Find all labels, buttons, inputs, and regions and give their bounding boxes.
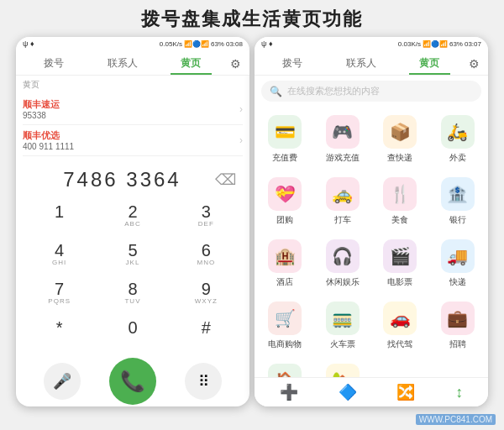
yp-num-1: 400 911 1111 xyxy=(23,142,74,151)
phone2-bottom-bar: ➕ 🔷 🔀 ↕ xyxy=(255,377,488,406)
status-right-1: 0.05K/s 📶🔵📶 63% 03:08 xyxy=(160,40,243,48)
icon-movie[interactable]: 🎬 电影票 xyxy=(373,234,428,293)
speed-1: 0.05K/s xyxy=(160,40,182,48)
status-right-2: 0.03K/s 📶🔵📶 63% 03:07 xyxy=(398,40,481,48)
train-icon: 🚃 xyxy=(326,302,360,335)
call-button[interactable]: 📞 xyxy=(109,358,156,405)
page-title: 拨号盘集成生活黄页功能 xyxy=(0,0,504,37)
battery-1: 63% xyxy=(211,40,224,48)
key-hash[interactable]: # xyxy=(170,312,243,351)
driver-icon: 🚗 xyxy=(383,302,417,335)
key-9[interactable]: 9 WXYZ xyxy=(170,274,243,312)
recharge-icon: 💳 xyxy=(268,115,302,149)
icon-recharge[interactable]: 💳 充值费 xyxy=(258,110,312,169)
key-3[interactable]: 3 DEF xyxy=(170,197,243,235)
time-1: 03:08 xyxy=(226,40,243,48)
icon-rent[interactable]: 🏡 租房 xyxy=(316,359,370,377)
watermark: WWW.PC841.COM xyxy=(416,414,496,425)
icon-jobs[interactable]: 💼 招聘 xyxy=(431,296,486,355)
key-4[interactable]: 4 GHI xyxy=(23,235,96,274)
icon-taxi[interactable]: 🚕 打车 xyxy=(316,172,370,231)
delivery-icon: 🚚 xyxy=(441,239,475,273)
phones-container: ψ ♦ 0.05K/s 📶🔵📶 63% 03:08 拨号 联系人 黄页 ⚙ 黄页… xyxy=(0,37,504,412)
icon-train[interactable]: 🚃 火车票 xyxy=(316,296,370,355)
search-bar[interactable]: 🔍 在线搜索您想找的内容 xyxy=(261,81,481,102)
key-7[interactable]: 7 PQRS xyxy=(23,274,96,312)
tab2-contacts[interactable]: 联系人 xyxy=(327,50,396,75)
phone-icon: 📞 xyxy=(120,370,145,393)
status-bar-2: ψ ♦ 0.03K/s 📶🔵📶 63% 03:07 xyxy=(255,37,488,50)
delete-button[interactable]: ⌫ xyxy=(215,170,236,189)
icon-group-buy[interactable]: 💝 团购 xyxy=(258,172,312,231)
jobs-icon: 💼 xyxy=(441,302,475,335)
icon-takeout[interactable]: 🛵 外卖 xyxy=(431,110,486,169)
icon-express[interactable]: 📦 查快递 xyxy=(373,110,428,169)
express-icon: 📦 xyxy=(383,115,417,149)
mic-button[interactable]: 🎤 xyxy=(44,363,81,400)
icon-driver[interactable]: 🚗 找代驾 xyxy=(373,296,428,355)
arrow-icon-0: › xyxy=(239,103,243,115)
movie-icon: 🎬 xyxy=(383,239,417,273)
icon-grid: 💳 充值费 🎮 游戏充值 📦 查快递 🛵 外卖 💝 团购 🚕 打车 xyxy=(255,107,488,377)
icon-food[interactable]: 🍴 美食 xyxy=(373,172,428,231)
key-0[interactable]: 0 xyxy=(96,312,169,351)
carrier-1: ψ ♦ xyxy=(23,39,34,48)
shuffle-icon[interactable]: 🔀 xyxy=(396,383,415,401)
key-5[interactable]: 5 JKL xyxy=(96,235,169,274)
group-buy-icon: 💝 xyxy=(268,177,302,211)
taxi-icon: 🚕 xyxy=(326,177,360,211)
yp-name-1: 顺丰优选 xyxy=(23,129,74,142)
mic-icon: 🎤 xyxy=(53,372,71,391)
tab-dial[interactable]: 拨号 xyxy=(19,50,88,75)
icon-hotel[interactable]: 🏨 酒店 xyxy=(258,234,312,293)
dialer-display: 7486 3364 ⌫ xyxy=(16,160,249,197)
search-icon: 🔍 xyxy=(270,86,282,97)
add-icon[interactable]: ➕ xyxy=(280,383,298,401)
tab-contacts[interactable]: 联系人 xyxy=(88,50,157,75)
dialer-number: 7486 3364 xyxy=(29,168,215,191)
key-2[interactable]: 2 ABC xyxy=(96,197,169,235)
yp-item-0[interactable]: 顺丰速运 95338 › xyxy=(23,94,243,125)
grid-icon: ⠿ xyxy=(198,372,209,391)
yp-label: 黄页 xyxy=(23,79,243,91)
yp-item-1[interactable]: 顺丰优选 400 911 1111 › xyxy=(23,125,243,156)
status-bar-1: ψ ♦ 0.05K/s 📶🔵📶 63% 03:08 xyxy=(16,37,249,50)
search-placeholder: 在线搜索您想找的内容 xyxy=(287,85,473,97)
entertainment-icon: 🎧 xyxy=(326,239,360,273)
home-service-icon: 🏠 xyxy=(268,364,302,377)
tab-yellow-pages[interactable]: 黄页 xyxy=(156,50,225,75)
diamond-icon[interactable]: 🔷 xyxy=(339,383,357,401)
icons-status-1: 📶🔵📶 xyxy=(184,40,209,48)
key-6[interactable]: 6 MNO xyxy=(170,235,243,274)
carrier-2: ψ ♦ xyxy=(261,39,273,48)
key-1[interactable]: 1 xyxy=(23,197,96,235)
gear-icon-2[interactable]: ⚙ xyxy=(464,51,485,75)
icons-status-2: 📶🔵📶 xyxy=(423,40,448,48)
rent-icon: 🏡 xyxy=(326,364,360,377)
game-icon: 🎮 xyxy=(326,115,360,149)
key-star[interactable]: * xyxy=(23,312,96,351)
icon-entertainment[interactable]: 🎧 休闲娱乐 xyxy=(316,234,370,293)
battery-2: 63% xyxy=(449,40,463,48)
bank-icon: 🏦 xyxy=(441,177,475,211)
grid-button[interactable]: ⠿ xyxy=(185,363,222,400)
tab2-yellow-pages[interactable]: 黄页 xyxy=(395,50,464,75)
icon-game[interactable]: 🎮 游戏充值 xyxy=(316,110,370,169)
yp-list: 黄页 顺丰速运 95338 › 顺丰优选 400 911 1111 › xyxy=(16,76,249,160)
keypad: 1 2 ABC 3 DEF 4 GHI 5 JKL 6 MNO xyxy=(16,197,249,351)
icon-home-service[interactable]: 🏠 家政 xyxy=(258,359,312,377)
dialer-actions: 🎤 📞 ⠿ xyxy=(16,351,249,406)
speed-2: 0.03K/s xyxy=(398,40,421,48)
arrow-icon-1: › xyxy=(239,134,243,146)
icon-delivery[interactable]: 🚚 快递 xyxy=(431,234,486,293)
icon-shopping[interactable]: 🛒 电商购物 xyxy=(258,296,312,355)
yp-name-0: 顺丰速运 xyxy=(23,98,60,111)
status-left-1: ψ ♦ xyxy=(23,39,34,48)
phone-dialer: ψ ♦ 0.05K/s 📶🔵📶 63% 03:08 拨号 联系人 黄页 ⚙ 黄页… xyxy=(16,37,249,406)
updown-icon[interactable]: ↕ xyxy=(455,384,463,401)
icon-bank[interactable]: 🏦 银行 xyxy=(431,172,486,231)
tab2-dial[interactable]: 拨号 xyxy=(258,50,327,75)
gear-icon[interactable]: ⚙ xyxy=(225,51,246,75)
status-left-2: ψ ♦ xyxy=(261,39,273,48)
key-8[interactable]: 8 TUV xyxy=(96,274,169,312)
